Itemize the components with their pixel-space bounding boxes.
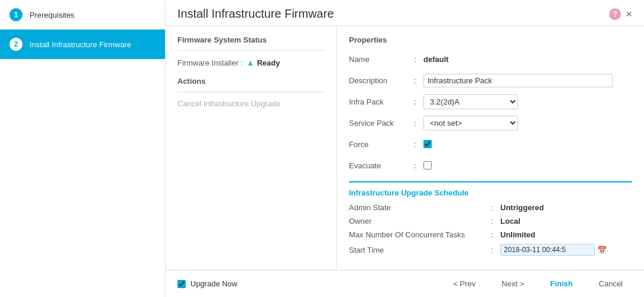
description-input[interactable]	[423, 74, 613, 87]
prev-button[interactable]: < Prev	[444, 276, 485, 291]
force-row: Force :	[349, 136, 632, 152]
upgrade-now-checkbox[interactable]	[177, 280, 186, 288]
force-label: Force	[349, 140, 414, 149]
max-concurrent-row: Max Number Of Concurrent Tasks : Unlimit…	[349, 230, 632, 239]
next-button[interactable]: Next >	[492, 276, 533, 291]
schedule-section: Infrastructure Upgrade Schedule Admin St…	[349, 181, 632, 256]
max-concurrent-colon: :	[491, 230, 500, 239]
owner-row: Owner : Local	[349, 217, 632, 226]
evacuate-checkbox[interactable]	[423, 161, 432, 169]
description-label: Description	[349, 76, 414, 85]
infra-pack-select[interactable]: 3.2(2d)A	[423, 94, 518, 109]
schedule-title: Infrastructure Upgrade Schedule	[349, 188, 632, 197]
divider-2	[177, 92, 325, 92]
owner-label: Owner	[349, 217, 491, 226]
header-actions: ? ×	[609, 8, 632, 20]
dialog: 1 Prerequisites 2 Install Infrastructure…	[0, 0, 644, 297]
admin-state-value: Untriggered	[500, 203, 544, 212]
dialog-footer: Upgrade Now < Prev Next > Finish Cancel	[166, 270, 644, 297]
name-value: default	[423, 55, 449, 64]
infra-pack-label: Infra Pack	[349, 97, 414, 106]
evacuate-label: Evacuate	[349, 161, 414, 170]
dialog-header: Install Infrastructure Firmware ? ×	[166, 0, 644, 26]
main-content: Install Infrastructure Firmware ? × Firm…	[166, 0, 644, 297]
service-pack-row: Service Pack : <not set>	[349, 115, 632, 130]
calendar-icon[interactable]: 📅	[597, 246, 607, 254]
start-time-input[interactable]	[500, 244, 595, 256]
dialog-body: Firmware System Status Firmware Installe…	[166, 26, 644, 270]
sidebar: 1 Prerequisites 2 Install Infrastructure…	[0, 0, 166, 297]
start-time-row: Start Time : 📅	[349, 244, 632, 256]
owner-colon: :	[491, 217, 500, 226]
service-pack-label: Service Pack	[349, 119, 414, 128]
name-row: Name : default	[349, 51, 632, 67]
ready-status-text: Ready	[257, 58, 280, 67]
infra-pack-colon: :	[414, 97, 423, 106]
divider-1	[177, 50, 325, 51]
properties-title: Properties	[349, 35, 632, 44]
description-colon: :	[414, 76, 423, 85]
footer-buttons: < Prev Next > Finish Cancel	[444, 276, 632, 291]
sidebar-item-label-prerequisites: Prerequisites	[30, 11, 75, 19]
admin-state-label: Admin State	[349, 203, 491, 212]
firmware-status-row: Firmware Installer : ▲ Ready	[177, 58, 325, 67]
dialog-title: Install Infrastructure Firmware	[177, 7, 334, 21]
sidebar-item-prerequisites[interactable]: 1 Prerequisites	[0, 0, 165, 30]
admin-state-row: Admin State : Untriggered	[349, 203, 632, 212]
admin-state-colon: :	[491, 203, 500, 212]
name-colon: :	[414, 55, 423, 64]
start-time-colon: :	[491, 246, 500, 254]
start-time-label: Start Time	[349, 246, 491, 254]
cancel-button[interactable]: Cancel	[590, 276, 632, 291]
ready-indicator: ▲ Ready	[247, 58, 280, 67]
sidebar-item-label-install-firmware: Install Infrastructure Firmware	[30, 40, 131, 49]
left-panel: Firmware System Status Firmware Installe…	[166, 26, 337, 270]
service-pack-select[interactable]: <not set>	[423, 116, 518, 130]
max-concurrent-label: Max Number Of Concurrent Tasks	[349, 230, 491, 239]
right-panel: Properties Name : default Description : …	[337, 26, 644, 270]
max-concurrent-value: Unlimited	[500, 230, 535, 239]
firmware-status-title: Firmware System Status	[177, 35, 325, 44]
close-button[interactable]: ×	[626, 9, 632, 19]
name-label: Name	[349, 55, 414, 64]
sidebar-item-install-firmware[interactable]: 2 Install Infrastructure Firmware	[0, 30, 165, 59]
upgrade-now-label: Upgrade Now	[190, 279, 238, 288]
step-number-1: 1	[9, 8, 22, 21]
cancel-infrastructure-upgrade-link[interactable]: Cancel Infrastructure Upgrade	[177, 99, 280, 108]
finish-button[interactable]: Finish	[541, 276, 582, 291]
force-colon: :	[414, 140, 423, 149]
description-row: Description :	[349, 73, 632, 88]
force-checkbox[interactable]	[423, 140, 432, 148]
infra-pack-row: Infra Pack : 3.2(2d)A	[349, 94, 632, 109]
step-number-2: 2	[9, 38, 22, 51]
firmware-installer-label: Firmware Installer :	[177, 58, 243, 67]
ready-arrow-icon: ▲	[247, 58, 255, 67]
owner-value: Local	[500, 217, 520, 226]
service-pack-colon: :	[414, 119, 423, 128]
evacuate-row: Evacuate :	[349, 158, 632, 173]
help-button[interactable]: ?	[609, 8, 621, 20]
upgrade-now-row: Upgrade Now	[177, 279, 238, 288]
actions-title: Actions	[177, 77, 325, 86]
evacuate-colon: :	[414, 161, 423, 170]
